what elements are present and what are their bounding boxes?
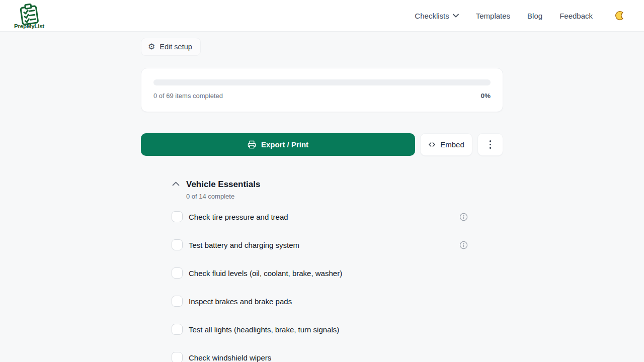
progress-completed-text: 0 of 69 items completed: [153, 92, 223, 100]
gear-icon: ⚙: [148, 43, 155, 51]
item-label: Check tire pressure and tread: [189, 213, 288, 221]
item-label: Check fluid levels (oil, coolant, brake,…: [189, 269, 342, 278]
item-checkbox[interactable]: [172, 211, 183, 222]
progress-bar: [153, 79, 491, 85]
nav-templates-label: Templates: [476, 12, 510, 20]
more-options-button[interactable]: [477, 133, 503, 156]
section-header: Vehicle Essentials 0 of 14 complete: [141, 179, 503, 200]
brand-logo[interactable]: PrepMyList: [14, 3, 44, 29]
checklist-item-row: Check fluid levels (oil, coolant, brake,…: [141, 267, 503, 279]
nav-checklists-label: Checklists: [415, 12, 449, 20]
printer-icon: [248, 140, 256, 149]
edit-setup-label: Edit setup: [159, 43, 192, 51]
item-checkbox[interactable]: [172, 239, 183, 250]
nav-templates[interactable]: Templates: [476, 12, 510, 20]
nav-feedback[interactable]: Feedback: [559, 12, 593, 20]
nav-feedback-label: Feedback: [559, 12, 593, 20]
nav-blog[interactable]: Blog: [527, 12, 542, 20]
checklist-item-row: Inspect brakes and brake pads: [141, 295, 503, 307]
nav-blog-label: Blog: [527, 12, 542, 20]
code-icon: [428, 141, 436, 148]
item-checkbox[interactable]: [172, 352, 183, 362]
item-checkbox[interactable]: [172, 296, 183, 307]
main-content: ⚙ Edit setup 0 of 69 items completed 0% …: [141, 32, 503, 362]
chevron-up-icon[interactable]: [172, 182, 180, 186]
item-label: Test battery and charging system: [189, 241, 299, 249]
checklist-item-row: Check windshield wipers: [141, 351, 503, 362]
checklist-item-row: Test battery and charging system: [141, 239, 503, 251]
checklist-item-row: Test all lights (headlights, brake, turn…: [141, 323, 503, 335]
item-label: Inspect brakes and brake pads: [189, 297, 292, 306]
embed-label: Embed: [440, 140, 464, 149]
item-label: Check windshield wipers: [189, 353, 271, 362]
info-icon[interactable]: [459, 213, 468, 221]
export-print-label: Export / Print: [261, 140, 308, 149]
item-checkbox[interactable]: [172, 267, 183, 279]
checklist-items: Check tire pressure and tread Test batte…: [141, 211, 503, 362]
clipboard-logo-icon: [18, 3, 41, 25]
nav-checklists[interactable]: Checklists: [415, 12, 458, 20]
moon-icon: [614, 10, 625, 21]
action-buttons-row: Export / Print Embed: [141, 133, 503, 156]
theme-toggle-button[interactable]: [614, 10, 625, 21]
checklist-item-row: Check tire pressure and tread: [141, 211, 503, 223]
section-title: Vehicle Essentials: [186, 179, 260, 190]
main-nav: Checklists Templates Blog Feedback: [415, 10, 625, 21]
export-print-button[interactable]: Export / Print: [141, 133, 415, 156]
item-checkbox[interactable]: [172, 324, 183, 335]
progress-percent: 0%: [480, 92, 491, 100]
embed-button[interactable]: Embed: [420, 133, 472, 156]
item-label: Test all lights (headlights, brake, turn…: [189, 325, 339, 334]
section-progress-text: 0 of 14 complete: [186, 193, 260, 200]
edit-setup-button[interactable]: ⚙ Edit setup: [141, 38, 201, 56]
chevron-down-icon: [453, 14, 459, 18]
info-icon[interactable]: [459, 241, 468, 249]
brand-name: PrepMyList: [14, 23, 44, 29]
top-header: PrepMyList Checklists Templates Blog Fee…: [0, 0, 644, 32]
kebab-menu-icon: [490, 140, 492, 149]
progress-card: 0 of 69 items completed 0%: [141, 68, 503, 112]
